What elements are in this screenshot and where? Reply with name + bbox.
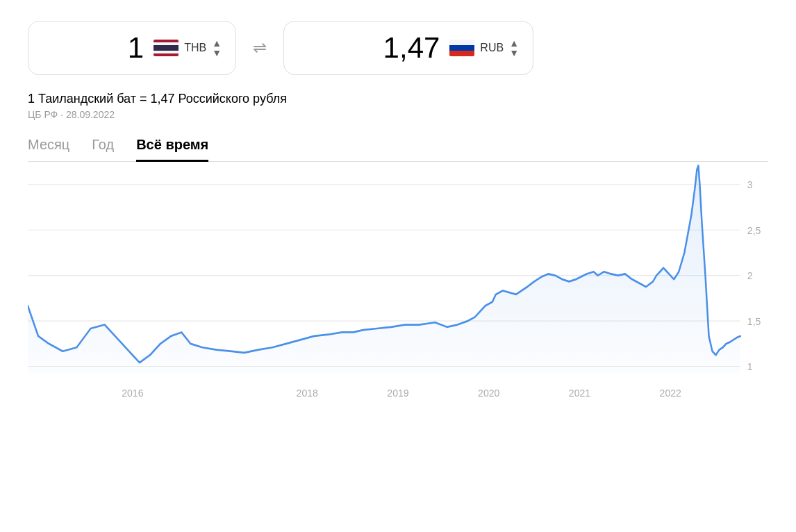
svg-text:3: 3 <box>747 179 753 191</box>
rate-info: 1 Таиландский бат = 1,47 Российского руб… <box>28 92 768 120</box>
svg-text:2022: 2022 <box>660 388 681 399</box>
to-amount: 1,47 <box>298 31 440 65</box>
thb-flag-icon <box>154 40 179 56</box>
svg-text:2,5: 2,5 <box>747 224 761 236</box>
from-amount[interactable]: 1 <box>42 31 144 65</box>
to-currency-chevron[interactable]: ▲▼ <box>509 38 519 58</box>
svg-rect-4 <box>449 45 474 51</box>
from-currency-selector[interactable]: THB ▲▼ <box>154 38 222 58</box>
time-period-tabs: Месяц Год Всё время <box>28 137 768 162</box>
svg-text:2: 2 <box>747 270 753 282</box>
exchange-rate-chart: 2016 2018 2019 2020 2021 2022 3 2,5 2 1,… <box>28 162 768 412</box>
svg-rect-3 <box>449 40 474 45</box>
tab-all-time[interactable]: Всё время <box>136 137 208 162</box>
svg-rect-5 <box>449 51 474 56</box>
rate-source: ЦБ РФ · 28.09.2022 <box>28 109 768 120</box>
svg-text:1: 1 <box>747 360 753 372</box>
tab-year[interactable]: Год <box>92 137 114 162</box>
rate-text: 1 Таиландский бат = 1,47 Российского руб… <box>28 92 768 106</box>
tab-month[interactable]: Месяц <box>28 137 69 162</box>
svg-text:2019: 2019 <box>387 388 408 399</box>
svg-text:1,5: 1,5 <box>747 315 761 327</box>
svg-text:2020: 2020 <box>478 388 499 399</box>
from-currency-chevron[interactable]: ▲▼ <box>212 38 222 58</box>
svg-text:2016: 2016 <box>122 388 143 399</box>
svg-rect-2 <box>154 45 179 51</box>
converter-row: 1 THB ▲▼ ⇌ 1,47 RUB ▲▼ <box>28 21 768 75</box>
to-currency-code: RUB <box>480 42 504 54</box>
swap-button[interactable]: ⇌ <box>247 33 272 63</box>
from-currency-box[interactable]: 1 THB ▲▼ <box>28 21 236 75</box>
svg-text:2018: 2018 <box>297 388 318 399</box>
chart-svg: 2016 2018 2019 2020 2021 2022 3 2,5 2 1,… <box>28 162 768 412</box>
to-currency-box[interactable]: 1,47 RUB ▲▼ <box>283 21 533 75</box>
svg-text:2021: 2021 <box>569 388 590 399</box>
rub-flag-icon <box>449 40 474 56</box>
from-currency-code: THB <box>184 42 206 54</box>
to-currency-selector[interactable]: RUB ▲▼ <box>449 38 519 58</box>
